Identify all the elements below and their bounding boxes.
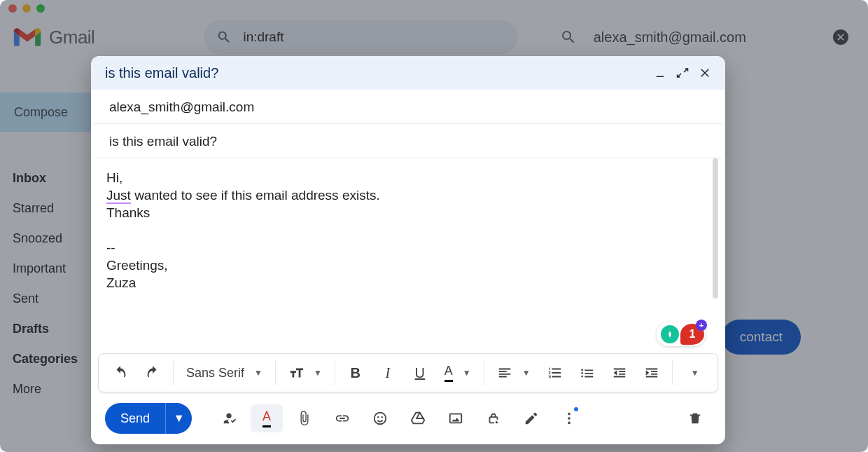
body-line: Thanks bbox=[106, 205, 710, 221]
undo-button[interactable] bbox=[106, 359, 135, 387]
chevron-down-icon: ▼ bbox=[522, 368, 531, 378]
search-icon bbox=[216, 29, 232, 45]
close-button[interactable] bbox=[699, 67, 711, 79]
underline-button[interactable]: U bbox=[405, 359, 435, 387]
right-contact-search[interactable]: alexa_smith@gmail.com bbox=[553, 20, 855, 54]
gmail-wordmark: Gmail bbox=[49, 27, 94, 48]
indent-less-button[interactable] bbox=[605, 359, 634, 387]
grammarly-icon bbox=[661, 325, 679, 343]
compose-window: is this email valid? alexa_smith@gmail.c… bbox=[91, 56, 725, 444]
font-family-select[interactable]: Sans Serif▼ bbox=[179, 359, 270, 387]
compose-title: is this email valid? bbox=[105, 65, 654, 81]
text-formatting-toggle[interactable]: A bbox=[251, 404, 283, 432]
svg-point-7 bbox=[568, 417, 570, 420]
compose-label: Compose bbox=[14, 105, 68, 120]
formatting-toolbar: Sans Serif▼ ▼ B I U A▼ ▼ ▼ bbox=[98, 353, 718, 392]
search-icon bbox=[560, 29, 577, 46]
chevron-down-icon: ▼ bbox=[691, 368, 699, 378]
chevron-down-icon: ▼ bbox=[463, 368, 471, 378]
align-button[interactable]: ▼ bbox=[490, 359, 538, 387]
subject-field[interactable]: is this email valid? bbox=[94, 124, 722, 158]
window-titlebar bbox=[0, 0, 868, 17]
insert-photo-button[interactable] bbox=[440, 404, 472, 432]
close-icon bbox=[836, 32, 846, 42]
compose-header: is this email valid? bbox=[91, 56, 725, 90]
grammarly-count: 1 + bbox=[680, 324, 704, 345]
chevron-down-icon: ▼ bbox=[254, 368, 262, 378]
add-contact-button[interactable]: contact bbox=[722, 320, 801, 355]
numbered-list-button[interactable] bbox=[540, 359, 570, 387]
send-button-group: Send ▼ bbox=[105, 403, 192, 434]
spellcheck-underline: Just bbox=[106, 188, 131, 204]
compose-body[interactable]: Hi, Just wanted to see if this email add… bbox=[91, 158, 725, 350]
bulleted-list-button[interactable] bbox=[573, 359, 602, 387]
font-family-label: Sans Serif bbox=[186, 366, 244, 381]
signature-line: Zuza bbox=[106, 275, 710, 291]
to-field[interactable]: alexa_smith@gmail.com bbox=[94, 90, 722, 124]
signature-line: Greetings, bbox=[106, 258, 710, 273]
text-color-button[interactable]: A▼ bbox=[438, 359, 478, 387]
search-bar[interactable] bbox=[204, 20, 517, 54]
app-header: Gmail alexa_smith@gmail.com bbox=[0, 17, 868, 57]
more-options-button[interactable] bbox=[553, 404, 585, 432]
scrollbar[interactable] bbox=[713, 158, 718, 299]
grammarly-count-value: 1 bbox=[690, 328, 696, 341]
body-line: Just wanted to see if this email address… bbox=[106, 188, 710, 203]
svg-point-0 bbox=[374, 413, 386, 425]
grammarly-widget[interactable]: 1 + bbox=[657, 322, 706, 346]
insert-signature-button[interactable] bbox=[515, 404, 547, 432]
attach-file-button[interactable] bbox=[288, 404, 321, 432]
bold-button[interactable]: B bbox=[341, 359, 370, 387]
svg-point-1 bbox=[377, 416, 379, 418]
signature-separator: -- bbox=[106, 240, 710, 256]
chevron-down-icon: ▼ bbox=[314, 368, 322, 378]
exit-fullscreen-button[interactable] bbox=[676, 67, 689, 79]
more-formatting-button[interactable]: ▼ bbox=[678, 359, 708, 387]
compose-actions: Send ▼ A bbox=[91, 392, 725, 444]
gmail-logo[interactable]: Gmail bbox=[13, 26, 94, 48]
plus-icon: + bbox=[696, 320, 707, 331]
svg-point-6 bbox=[568, 413, 570, 416]
insert-link-button[interactable] bbox=[326, 404, 358, 432]
clear-search-button[interactable] bbox=[833, 29, 848, 45]
right-search-text: alexa_smith@gmail.com bbox=[594, 29, 746, 46]
font-size-button[interactable]: ▼ bbox=[281, 359, 329, 387]
traffic-light-zoom[interactable] bbox=[36, 4, 45, 13]
send-options-button[interactable]: ▼ bbox=[165, 403, 192, 434]
traffic-light-close[interactable] bbox=[8, 4, 17, 13]
gmail-logo-icon bbox=[13, 26, 42, 48]
body-text: wanted to see if this email address exis… bbox=[131, 188, 380, 203]
svg-point-8 bbox=[568, 422, 570, 425]
confidential-mode-button[interactable] bbox=[477, 404, 510, 432]
minimize-button[interactable] bbox=[654, 67, 666, 79]
spelling-grammar-button[interactable] bbox=[213, 404, 245, 432]
search-input[interactable] bbox=[241, 29, 505, 46]
indent-more-button[interactable] bbox=[637, 359, 666, 387]
insert-emoji-button[interactable] bbox=[364, 404, 396, 432]
chevron-down-icon: ▼ bbox=[174, 412, 185, 425]
svg-point-2 bbox=[382, 416, 383, 418]
discard-draft-button[interactable] bbox=[679, 404, 711, 432]
body-line: Hi, bbox=[106, 170, 710, 186]
insert-drive-button[interactable] bbox=[402, 404, 434, 432]
italic-button[interactable]: I bbox=[373, 359, 402, 387]
send-button[interactable]: Send bbox=[105, 403, 165, 434]
traffic-light-minimize[interactable] bbox=[22, 4, 31, 13]
redo-button[interactable] bbox=[138, 359, 167, 387]
